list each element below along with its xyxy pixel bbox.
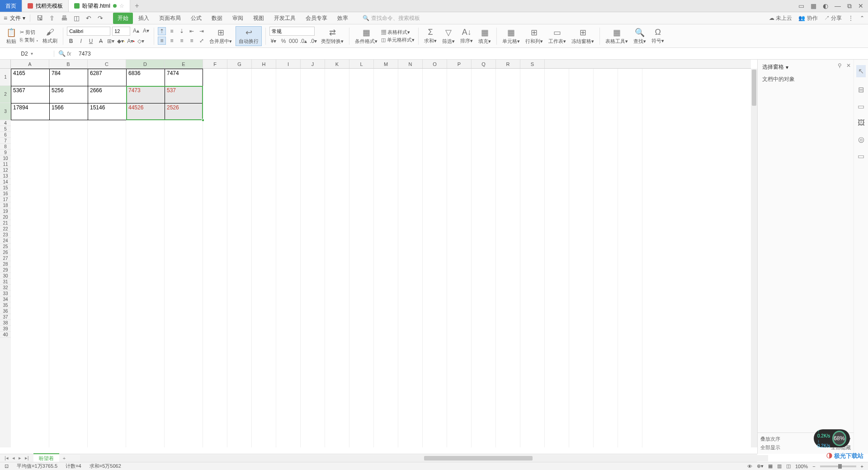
row-header-6[interactable]: 6 xyxy=(0,132,11,138)
cell-B3[interactable]: 1566 xyxy=(49,103,88,120)
zoom-in-button[interactable]: + xyxy=(861,464,863,469)
row-header-16[interactable]: 16 xyxy=(0,191,11,197)
row-header-30[interactable]: 30 xyxy=(0,273,11,279)
cell-A1[interactable]: 4165 xyxy=(11,69,49,86)
fontcolor-button[interactable]: A▾ xyxy=(127,37,135,45)
wrap-button[interactable]: ↩自动换行 xyxy=(236,26,262,46)
book-icon[interactable]: ▭ xyxy=(858,152,864,160)
fill-button[interactable]: ▦填充▾ xyxy=(476,28,493,45)
indent-inc[interactable]: ⇥ xyxy=(198,27,206,35)
showall-button[interactable]: 全部显示 xyxy=(760,444,780,451)
sheet-button[interactable]: ▭工作表▾ xyxy=(547,28,568,45)
cell-E1[interactable]: 7474 xyxy=(165,69,203,86)
minimize-button[interactable]: — xyxy=(835,2,841,9)
sort-button[interactable]: A↓排序▾ xyxy=(458,28,475,44)
align-left[interactable]: ≡ xyxy=(158,37,166,45)
align-top[interactable]: ⇡ xyxy=(158,27,166,35)
row-header-10[interactable]: 10 xyxy=(0,155,11,161)
tablestyle-button[interactable]: ▦ 表格样式▾ xyxy=(381,29,415,36)
first-sheet-icon[interactable]: |◂ xyxy=(5,455,9,461)
symbol-button[interactable]: Ω符号▾ xyxy=(650,28,666,44)
col-header-O[interactable]: O xyxy=(423,60,447,68)
col-header-R[interactable]: R xyxy=(496,60,520,68)
row-header-2[interactable]: 2 xyxy=(0,86,11,103)
add-sheet-button[interactable]: + xyxy=(59,456,69,461)
export-icon[interactable]: ⇪ xyxy=(47,14,57,22)
cell-E2[interactable]: 537 xyxy=(165,86,203,103)
tab-template[interactable]: 找稻壳模板 xyxy=(22,0,69,12)
row-header-31[interactable]: 31 xyxy=(0,279,11,285)
tab-view[interactable]: 视图 xyxy=(249,13,269,24)
cloud-status[interactable]: ☁ 未上云 xyxy=(769,14,792,22)
tab-efficiency[interactable]: 效率 xyxy=(333,13,353,24)
name-box[interactable]: D2▾ xyxy=(0,51,54,57)
grid[interactable]: ABCDEFGHIJKLMNOPQRS 12345678910111213141… xyxy=(0,60,757,454)
row-header-29[interactable]: 29 xyxy=(0,267,11,273)
col-header-M[interactable]: M xyxy=(374,60,398,68)
layout-icon[interactable]: ▭ xyxy=(798,2,804,9)
row-header-13[interactable]: 13 xyxy=(0,173,11,179)
fx-search-icon[interactable]: 🔍 xyxy=(58,50,66,57)
close-button[interactable]: ✕ xyxy=(858,2,863,9)
zoom-out-button[interactable]: − xyxy=(812,464,815,469)
cell-D2[interactable]: 7473 xyxy=(126,86,165,103)
row-header-1[interactable]: 1 xyxy=(0,69,11,86)
tab-document[interactable]: 盼望着.html☆ xyxy=(69,0,130,12)
row-header-23[interactable]: 23 xyxy=(0,232,11,238)
col-header-H[interactable]: H xyxy=(252,60,276,68)
find-button[interactable]: 🔍查找▾ xyxy=(632,28,648,45)
pointer-icon[interactable]: ↖ xyxy=(856,65,866,77)
dec-dec-icon[interactable]: .0▾ xyxy=(309,37,317,45)
col-header-C[interactable]: C xyxy=(88,60,126,68)
command-search[interactable]: 🔍 查找命令、搜索模板 xyxy=(363,14,420,22)
more-icon[interactable]: ⋮ xyxy=(848,15,854,21)
row-header-24[interactable]: 24 xyxy=(0,238,11,244)
tab-formula[interactable]: 公式 xyxy=(186,13,206,24)
row-header-36[interactable]: 36 xyxy=(0,308,11,314)
align-bot[interactable]: ⇣ xyxy=(178,27,186,35)
last-sheet-icon[interactable]: ▸| xyxy=(25,455,29,461)
fx-icon[interactable]: fx xyxy=(67,51,71,57)
row-header-21[interactable]: 21 xyxy=(0,220,11,226)
cellstyle-button[interactable]: ◫ 单元格样式▾ xyxy=(381,37,415,43)
condfmt-button[interactable]: ▦条件格式▾ xyxy=(353,28,379,45)
col-header-J[interactable]: J xyxy=(301,60,325,68)
tab-data[interactable]: 数据 xyxy=(207,13,227,24)
fillcolor-button[interactable]: ◆▾ xyxy=(117,37,125,45)
row-header-34[interactable]: 34 xyxy=(0,296,11,302)
freeze-button[interactable]: ⊞冻结窗格▾ xyxy=(570,28,596,45)
zoom-slider[interactable] xyxy=(820,465,856,467)
row-header-4[interactable]: 4 xyxy=(0,120,11,126)
eye-icon[interactable]: 👁 xyxy=(747,464,752,469)
shape-icon[interactable]: ▭ xyxy=(858,102,864,111)
cell-A2[interactable]: 5367 xyxy=(11,86,49,103)
vertical-scrollbar[interactable] xyxy=(751,69,757,447)
row-header-20[interactable]: 20 xyxy=(0,214,11,220)
cell-B1[interactable]: 784 xyxy=(49,69,88,86)
normal-view-icon[interactable]: ▦ xyxy=(768,463,773,469)
file-menu[interactable]: 文件 ▾ xyxy=(10,14,25,22)
formula-input[interactable]: 7473 xyxy=(75,51,868,57)
row-header-22[interactable]: 22 xyxy=(0,226,11,232)
collapse-ribbon-icon[interactable]: ⌃ xyxy=(860,15,864,21)
cell-A3[interactable]: 17894 xyxy=(11,103,49,120)
font-select[interactable] xyxy=(67,27,110,36)
col-header-N[interactable]: N xyxy=(398,60,423,68)
row-header-27[interactable]: 27 xyxy=(0,255,11,261)
italic-button[interactable]: I xyxy=(77,37,85,45)
clear-button[interactable]: ◇▾ xyxy=(137,37,145,45)
cell-C1[interactable]: 6287 xyxy=(88,69,126,86)
col-header-E[interactable]: E xyxy=(165,60,203,68)
row-header-8[interactable]: 8 xyxy=(0,144,11,150)
row-header-35[interactable]: 35 xyxy=(0,302,11,308)
maximize-button[interactable]: ⧉ xyxy=(847,2,852,10)
cells-button[interactable]: ▦单元格▾ xyxy=(500,28,522,45)
print-icon[interactable]: 🖶 xyxy=(59,14,69,22)
row-header-18[interactable]: 18 xyxy=(0,202,11,208)
row-header-19[interactable]: 19 xyxy=(0,208,11,214)
tab-layout[interactable]: 页面布局 xyxy=(155,13,185,24)
indent-dec[interactable]: ⇤ xyxy=(188,27,196,35)
column-headers[interactable]: ABCDEFGHIJKLMNOPQRS xyxy=(11,60,751,69)
image-icon[interactable]: 🖼 xyxy=(858,119,865,127)
orientation[interactable]: ⤢ xyxy=(198,37,206,45)
